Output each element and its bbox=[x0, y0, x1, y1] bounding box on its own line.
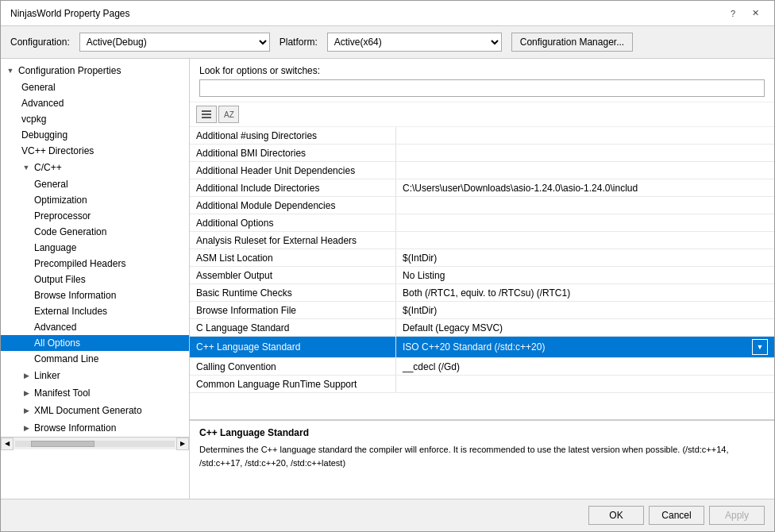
prop-name: Additional Include Directories bbox=[190, 179, 396, 196]
ok-button[interactable]: OK bbox=[588, 506, 644, 525]
prop-value bbox=[396, 376, 774, 392]
config-label: Configuration: bbox=[10, 37, 70, 48]
tree-item-code-gen[interactable]: Code Generation bbox=[1, 224, 189, 240]
prop-row[interactable]: Common Language RunTime Support bbox=[190, 376, 774, 393]
sort-view-icon: AZ bbox=[223, 109, 234, 120]
prop-row-additional-include[interactable]: Additional Include Directories C:\Users\… bbox=[190, 179, 774, 197]
tree-label: Advanced bbox=[33, 322, 76, 333]
tree-item-general[interactable]: General bbox=[1, 79, 189, 95]
tree-label: General bbox=[20, 82, 56, 93]
cancel-button[interactable]: Cancel bbox=[649, 506, 704, 525]
prop-row[interactable]: Basic Runtime Checks Both (/RTC1, equiv.… bbox=[190, 284, 774, 302]
prop-name: ASM List Location bbox=[190, 249, 396, 266]
prop-value bbox=[396, 197, 774, 214]
prop-dropdown-arrow[interactable]: ▼ bbox=[752, 339, 768, 355]
tree-label: All Options bbox=[33, 337, 80, 349]
tree-item-precompiled[interactable]: Precompiled Headers bbox=[1, 256, 189, 272]
description-title: C++ Language Standard bbox=[199, 427, 765, 438]
prop-value-text: ISO C++20 Standard (/std:c++20) bbox=[403, 341, 545, 353]
list-view-icon bbox=[201, 109, 212, 120]
tree-label: Code Generation bbox=[33, 226, 106, 237]
tree-item-cpp-advanced[interactable]: Advanced bbox=[1, 319, 189, 335]
tree-label: Browse Information bbox=[33, 290, 116, 301]
close-button[interactable]: ✕ bbox=[746, 6, 765, 21]
properties-table: Additional #using Directories Additional… bbox=[190, 127, 774, 419]
expand-icon: ▼ bbox=[20, 161, 33, 174]
tree-item-debugging[interactable]: Debugging bbox=[1, 127, 189, 143]
window: NinjasWorld Property Pages ? ✕ Configura… bbox=[0, 0, 775, 532]
help-button[interactable]: ? bbox=[723, 6, 742, 21]
window-title: NinjasWorld Property Pages bbox=[10, 8, 130, 19]
description-panel: C++ Language Standard Determines the C++… bbox=[190, 419, 774, 499]
prop-row[interactable]: Additional #using Directories bbox=[190, 127, 774, 145]
tree-label: VC++ Directories bbox=[20, 145, 94, 156]
tree-label: Precompiled Headers bbox=[33, 258, 125, 269]
svg-rect-0 bbox=[202, 110, 211, 112]
tree-item-vc-dirs[interactable]: VC++ Directories bbox=[1, 143, 189, 159]
prop-name: Analysis Ruleset for External Headers bbox=[190, 232, 396, 249]
tree-item-output-files[interactable]: Output Files bbox=[1, 272, 189, 287]
toolbar: Configuration: Active(Debug) Platform: A… bbox=[1, 26, 774, 59]
tree-item-browse-info[interactable]: Browse Information bbox=[1, 287, 189, 303]
prop-name: Additional Header Unit Dependencies bbox=[190, 162, 396, 179]
tree-label: Manifest Tool bbox=[33, 387, 90, 399]
tree-item-manifest-tool[interactable]: ▶ Manifest Tool bbox=[1, 384, 189, 402]
main-content: ▼ Configuration Properties General Advan… bbox=[1, 59, 774, 499]
search-area: Look for options or switches: bbox=[190, 59, 774, 102]
prop-row[interactable]: Browse Information File $(IntDir) bbox=[190, 302, 774, 319]
tree-label: General bbox=[33, 179, 68, 190]
expand-icon: ▶ bbox=[20, 369, 33, 382]
scroll-left-btn[interactable]: ◀ bbox=[1, 438, 13, 450]
title-bar: NinjasWorld Property Pages ? ✕ bbox=[1, 1, 774, 26]
prop-row[interactable]: Additional BMI Directories bbox=[190, 145, 774, 162]
platform-select[interactable]: Active(x64) bbox=[327, 33, 502, 52]
prop-row[interactable]: C Language Standard Default (Legacy MSVC… bbox=[190, 319, 774, 337]
tree-item-advanced[interactable]: Advanced bbox=[1, 95, 189, 111]
prop-row[interactable]: Assembler Output No Listing bbox=[190, 267, 774, 284]
tree-item-vcpkg[interactable]: vcpkg bbox=[1, 111, 189, 127]
prop-row[interactable]: Additional Module Dependencies bbox=[190, 197, 774, 214]
tree-item-optimization[interactable]: Optimization bbox=[1, 192, 189, 208]
prop-row[interactable]: Additional Header Unit Dependencies bbox=[190, 162, 774, 179]
config-select[interactable]: Active(Debug) bbox=[79, 33, 270, 52]
apply-button[interactable]: Apply bbox=[709, 506, 765, 525]
tree-item-linker[interactable]: ▶ Linker bbox=[1, 367, 189, 384]
tree-item-command-line[interactable]: Command Line bbox=[1, 351, 189, 367]
sort-view-btn[interactable]: AZ bbox=[218, 106, 239, 123]
prop-value bbox=[396, 127, 774, 144]
description-text: Determines the C++ language standard the… bbox=[199, 443, 765, 469]
search-input[interactable] bbox=[199, 79, 765, 97]
scroll-track bbox=[15, 441, 175, 447]
tree-horizontal-scroll[interactable]: ◀ ▶ bbox=[1, 437, 189, 449]
tree-item-config-props[interactable]: ▼ Configuration Properties bbox=[1, 62, 189, 79]
tree-item-xml-doc[interactable]: ▶ XML Document Generato bbox=[1, 402, 189, 419]
prop-row[interactable]: Calling Convention __cdecl (/Gd) bbox=[190, 358, 774, 376]
tree-item-external-includes[interactable]: External Includes bbox=[1, 303, 189, 319]
list-view-btn[interactable] bbox=[196, 106, 217, 123]
tree-item-browse-info-top[interactable]: ▶ Browse Information bbox=[1, 419, 189, 437]
tree-panel: ▼ Configuration Properties General Advan… bbox=[1, 59, 190, 499]
tree-label: Browse Information bbox=[33, 422, 116, 434]
scroll-right-btn[interactable]: ▶ bbox=[176, 438, 189, 450]
prop-name: Additional BMI Directories bbox=[190, 145, 396, 161]
tree-label: Command Line bbox=[33, 353, 98, 364]
expand-icon: ▶ bbox=[20, 387, 33, 399]
tree-item-all-options[interactable]: All Options bbox=[1, 335, 189, 351]
prop-row[interactable]: Additional Options bbox=[190, 214, 774, 232]
title-bar-controls: ? ✕ bbox=[723, 6, 765, 21]
platform-label: Platform: bbox=[280, 37, 318, 48]
svg-rect-1 bbox=[202, 114, 211, 115]
config-manager-button[interactable]: Configuration Manager... bbox=[511, 33, 633, 52]
tree-item-language[interactable]: Language bbox=[1, 240, 189, 256]
prop-name: Common Language RunTime Support bbox=[190, 376, 396, 392]
tree-item-preprocessor[interactable]: Preprocessor bbox=[1, 208, 189, 224]
prop-row[interactable]: ASM List Location $(IntDir) bbox=[190, 249, 774, 267]
prop-row[interactable]: Analysis Ruleset for External Headers bbox=[190, 232, 774, 249]
prop-row-cpp-lang-std[interactable]: C++ Language Standard ISO C++20 Standard… bbox=[190, 337, 774, 358]
tree-label: XML Document Generato bbox=[33, 405, 142, 416]
tree-label: Linker bbox=[33, 370, 60, 381]
view-toolbar: AZ bbox=[190, 102, 774, 127]
prop-name: Additional Options bbox=[190, 214, 396, 231]
tree-item-cpp[interactable]: ▼ C/C++ bbox=[1, 159, 189, 176]
tree-item-cpp-general[interactable]: General bbox=[1, 176, 189, 192]
